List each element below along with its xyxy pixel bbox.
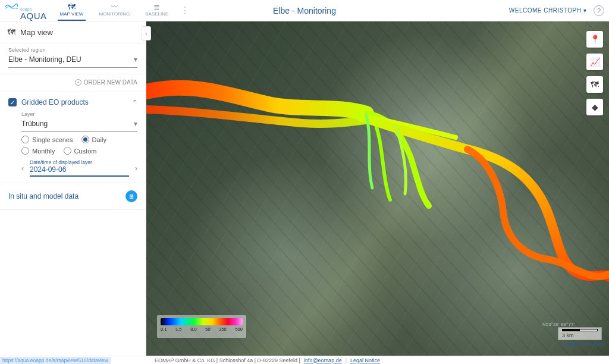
chevron-up-icon: ⌃ xyxy=(132,99,137,106)
document-icon: 🗎 xyxy=(125,190,137,202)
legend-gradient xyxy=(161,318,243,325)
color-legend: 0.1 1.5 8.0 50 350 500 xyxy=(157,315,246,338)
river-overlay xyxy=(146,21,609,356)
radio-icon xyxy=(21,147,29,155)
map-icon: 🗺 xyxy=(68,3,76,11)
tab-baseline[interactable]: ≣ BASELINE xyxy=(143,0,171,21)
chart-tool-button[interactable]: 📈 xyxy=(586,54,603,70)
gridded-title: Gridded EO products xyxy=(21,98,127,106)
top-bar: eoapp AQUA 🗺 MAP VIEW 〰 MONITORING ≣ BAS… xyxy=(0,0,609,21)
radio-icon xyxy=(64,147,71,155)
user-menu[interactable]: WELCOME CHRISTOPH ▾ xyxy=(509,7,586,14)
radio-monthly[interactable]: Monthly xyxy=(21,147,55,155)
brand-name: AQUA xyxy=(20,11,47,20)
sidebar-heading: 🗺 Map view xyxy=(0,21,146,43)
brand-logo[interactable]: eoapp AQUA xyxy=(5,1,47,20)
scale-bar: 3 km xyxy=(558,327,602,340)
radio-label: Custom xyxy=(74,148,97,155)
tab-label: MAP VIEW xyxy=(60,11,84,17)
legend-tick: 0.1 xyxy=(161,327,167,332)
more-menu-button[interactable]: ⋮ xyxy=(180,5,190,16)
layer-label: Layer xyxy=(21,111,137,117)
radio-label: Daily xyxy=(92,136,106,143)
chevron-down-icon: ▾ xyxy=(134,120,137,128)
insitu-panel-toggle[interactable]: In situ and model data 🗎 xyxy=(0,183,146,210)
nav-tabs: 🗺 MAP VIEW 〰 MONITORING ≣ BASELINE xyxy=(58,0,171,21)
legend-tick: 1.5 xyxy=(175,327,181,332)
sidebar-title: Map view xyxy=(20,28,53,37)
plus-icon: + xyxy=(75,79,81,86)
baseline-icon: ≣ xyxy=(153,3,160,11)
footer-company: EOMAP GmbH & Co. KG | Schlosshof 4a | D-… xyxy=(155,357,300,363)
insitu-title: In situ and model data xyxy=(8,192,79,200)
region-select[interactable]: Elbe - Monitoring, DEU ▾ xyxy=(8,53,137,68)
help-button[interactable]: ? xyxy=(594,5,604,16)
tab-label: BASELINE xyxy=(145,11,168,17)
temporal-radio-group: Single scenes Daily Monthly Custom xyxy=(21,136,137,155)
layer-value: Trübung xyxy=(21,120,48,128)
legend-tick: 8.0 xyxy=(190,327,196,332)
pin-tool-button[interactable]: 📍 xyxy=(586,31,603,48)
layer-select[interactable]: Trübung ▾ xyxy=(21,117,137,132)
status-url: https://aqua.eoapp.de/#/mapview/510/data… xyxy=(0,357,111,364)
map-controls: 📍 📈 🗺 ◆ xyxy=(586,31,603,115)
date-prev-button[interactable]: ‹ xyxy=(21,164,24,172)
coord-readout: N53°26' E9°77' xyxy=(542,322,575,327)
region-section: Selected region Elbe - Monitoring, DEU ▾ xyxy=(0,43,146,74)
radio-icon xyxy=(21,136,29,143)
chevron-down-icon: ▾ xyxy=(583,7,587,14)
scale-label: 3 km xyxy=(562,332,574,338)
legend-tick: 50 xyxy=(205,327,210,332)
tab-monitoring[interactable]: 〰 MONITORING xyxy=(96,0,132,21)
order-new-data-button[interactable]: + ORDER NEW DATA xyxy=(0,74,146,92)
region-label: Selected region xyxy=(8,47,137,53)
legend-tick: 350 xyxy=(219,327,227,332)
footer-legal-link[interactable]: Legal Notice xyxy=(350,357,380,363)
gridded-eo-toggle[interactable]: ✓ Gridded EO products ⌃ xyxy=(8,98,137,106)
basemap-button[interactable]: 🗺 xyxy=(586,76,603,93)
footer-email-link[interactable]: info@eomap.de xyxy=(304,357,342,363)
map-canvas[interactable]: 📍 📈 🗺 ◆ N53°26' E9°77' 0.1 1.5 8.0 50 35… xyxy=(146,21,609,356)
welcome-text: WELCOME CHRISTOPH xyxy=(509,7,582,14)
legend-tick: 500 xyxy=(235,327,243,332)
sidebar-collapse-button[interactable]: ‹ xyxy=(142,26,151,40)
radio-single-scenes[interactable]: Single scenes xyxy=(21,136,73,143)
tab-mapview[interactable]: 🗺 MAP VIEW xyxy=(58,0,86,21)
region-value: Elbe - Monitoring, DEU xyxy=(8,55,81,64)
checkbox-checked-icon[interactable]: ✓ xyxy=(8,98,17,106)
order-new-label: ORDER NEW DATA xyxy=(84,79,137,86)
radio-label: Single scenes xyxy=(32,136,73,143)
date-label: Date/time of displayed layer xyxy=(30,159,129,165)
radio-custom[interactable]: Custom xyxy=(64,147,97,155)
radio-checked-icon xyxy=(81,136,89,143)
tab-label: MONITORING xyxy=(99,11,130,17)
page-title: Elbe - Monitoring xyxy=(273,6,336,15)
chevron-down-icon: ▾ xyxy=(134,55,137,64)
layers-button[interactable]: ◆ xyxy=(586,99,603,115)
monitoring-icon: 〰 xyxy=(111,3,118,11)
sidebar: 🗺 Map view Selected region Elbe - Monito… xyxy=(0,21,146,356)
map-attribution: © Mapbox © Maxar xyxy=(559,341,605,347)
radio-label: Monthly xyxy=(32,148,55,155)
date-value: 2024-09-06 xyxy=(30,165,129,177)
date-field[interactable]: Date/time of displayed layer 2024-09-06 xyxy=(30,159,129,177)
date-next-button[interactable]: › xyxy=(135,164,137,172)
gridded-eo-panel: ✓ Gridded EO products ⌃ Layer Trübung ▾ … xyxy=(0,92,146,183)
map-icon: 🗺 xyxy=(7,27,15,37)
radio-daily[interactable]: Daily xyxy=(81,136,106,143)
wave-icon xyxy=(5,1,18,11)
